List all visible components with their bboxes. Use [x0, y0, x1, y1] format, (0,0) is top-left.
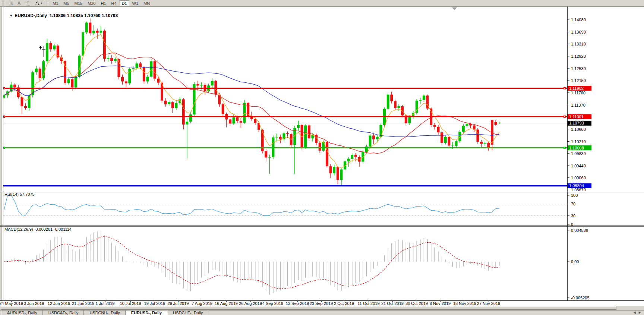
- date-tick-label: 19 Jul 2019: [144, 301, 165, 306]
- grid-dots-icon: F: [7, 1, 13, 6]
- candle: [236, 117, 239, 121]
- candle: [308, 126, 310, 139]
- timeframe-button-m1[interactable]: M1: [50, 0, 60, 6]
- date-tick-label: 11 Oct 2019: [357, 301, 379, 306]
- price-tick-label: 1.09060: [571, 176, 586, 180]
- candle: [42, 61, 45, 78]
- candle: [171, 102, 174, 108]
- tab-scroll-left-icon[interactable]: ◀: [634, 311, 636, 314]
- date-tick-label: 13 Sep 2019: [286, 301, 309, 306]
- candle: [85, 23, 88, 32]
- date-tick-label: 12 Jun 2019: [48, 301, 70, 306]
- date-tick-label: 30 Oct 2019: [405, 301, 428, 306]
- tab-scroll-right-icon[interactable]: ▶: [639, 311, 641, 314]
- candle: [423, 95, 425, 100]
- candle: [272, 138, 274, 157]
- candle: [157, 79, 160, 83]
- candle: [107, 58, 110, 59]
- macd-panel[interactable]: [4, 230, 499, 294]
- candle: [82, 32, 84, 56]
- candle: [387, 95, 389, 109]
- price-tick-label: 1.14080: [571, 18, 586, 22]
- rsi-panel[interactable]: [3, 195, 567, 216]
- candle: [275, 137, 278, 138]
- insert-text-button[interactable]: A: [15, 0, 23, 6]
- candle: [168, 102, 170, 104]
- cursor-mode-button[interactable]: ▾: [33, 0, 44, 6]
- candle: [351, 155, 353, 159]
- candle: [233, 117, 235, 124]
- candle: [243, 103, 246, 123]
- candle: [340, 170, 342, 180]
- toolbar-separator: [46, 1, 49, 6]
- price-tick-label: 1.10600: [571, 127, 586, 132]
- line-endpoint-handle-center: [4, 88, 4, 89]
- chart-tab-usdcad[interactable]: USDCAD-, Daily: [43, 311, 84, 315]
- date-tick-label: 29 Jul 2019: [168, 301, 189, 306]
- text-label-icon: T: [26, 1, 30, 6]
- price-axis[interactable]: 1.140801.136901.133101.129201.125301.121…: [568, 18, 591, 300]
- candle: [487, 143, 490, 148]
- price-panel[interactable]: [3, 19, 567, 186]
- candle: [49, 43, 52, 49]
- candle: [390, 95, 393, 101]
- candle: [39, 69, 41, 78]
- candle: [100, 31, 102, 33]
- candle: [132, 68, 135, 69]
- chart-canvas[interactable]: 1.140801.136901.133101.129201.125301.121…: [0, 7, 644, 306]
- rsi-indicator-label: RSI(14) 57.7075: [4, 192, 35, 196]
- timeframe-button-mn[interactable]: MN: [141, 0, 152, 6]
- candle: [372, 136, 375, 139]
- toolbar-drag-handle[interactable]: [2, 1, 4, 6]
- price-line-label-text: 1.11001: [569, 114, 584, 119]
- candle: [35, 69, 38, 72]
- date-axis[interactable]: 24 May 20193 Jun 201912 Jun 201921 Jun 2…: [0, 300, 500, 306]
- insert-label-button[interactable]: T: [24, 0, 32, 6]
- timeframe-button-h1[interactable]: H1: [98, 0, 108, 6]
- timeframe-button-d1[interactable]: D1: [120, 0, 129, 6]
- date-tick-label: 27 Nov 2019: [477, 301, 500, 306]
- macd-tick-label: -0.005205: [571, 296, 590, 300]
- candle: [150, 61, 152, 76]
- timeframe-button-m5[interactable]: M5: [61, 0, 71, 6]
- timeframe-button-m15[interactable]: M15: [72, 0, 85, 6]
- candle: [20, 97, 23, 106]
- timeframe-button-w1[interactable]: W1: [130, 0, 141, 6]
- rsi-line: [4, 195, 499, 216]
- candle: [114, 59, 117, 61]
- cursor-arrows-icon: [35, 1, 40, 6]
- candle: [419, 100, 422, 101]
- candle: [125, 81, 127, 83]
- chart-dropdown-icon[interactable]: ▼: [9, 14, 13, 18]
- price-tick-label: 1.12530: [571, 66, 586, 71]
- line-endpoint-handle-center: [564, 148, 565, 148]
- chart-grid-icon[interactable]: F: [6, 0, 14, 6]
- macd-tick-label: 0.004536: [571, 228, 588, 233]
- timeframe-button-group: M1M5M15M30H1H4D1W1MN: [50, 0, 152, 6]
- chart-frame: [0, 7, 644, 301]
- chart-tab-eurusd[interactable]: EURUSD-, Daily: [126, 311, 168, 315]
- timeframe-button-h4[interactable]: H4: [109, 0, 119, 6]
- candle: [154, 61, 156, 78]
- price-tick-label: 1.12150: [571, 78, 586, 83]
- price-tick-label: 1.12920: [571, 54, 586, 59]
- candle: [92, 31, 95, 34]
- rsi-tick-label: 70: [571, 202, 575, 206]
- chart-tab-usdchf[interactable]: USDCHF-, Daily: [167, 311, 208, 315]
- candle: [211, 81, 214, 86]
- candle: [437, 127, 439, 132]
- top-toolbar: F A T ▾ M1M5M15M30H1H4D1W1MN: [0, 0, 644, 7]
- candle: [143, 67, 145, 82]
- candle: [304, 126, 307, 147]
- date-tick-label: 23 Sep 2019: [310, 301, 333, 306]
- chart-tab-audusd[interactable]: AUDUSD-, Daily: [1, 311, 43, 315]
- candle: [455, 141, 458, 146]
- chart-tab-usdcnh[interactable]: USDCNH-, Daily: [84, 311, 125, 315]
- horizontal-scrollbar[interactable]: [0, 306, 644, 310]
- candle: [337, 167, 339, 180]
- timeframe-button-m30[interactable]: M30: [85, 0, 98, 6]
- candle: [408, 117, 411, 123]
- chart-tab-bar: AUDUSD-, DailyUSDCAD-, DailyUSDCNH-, Dai…: [0, 310, 644, 315]
- candle: [254, 119, 256, 123]
- scrollbar-thumb[interactable]: [1, 306, 616, 310]
